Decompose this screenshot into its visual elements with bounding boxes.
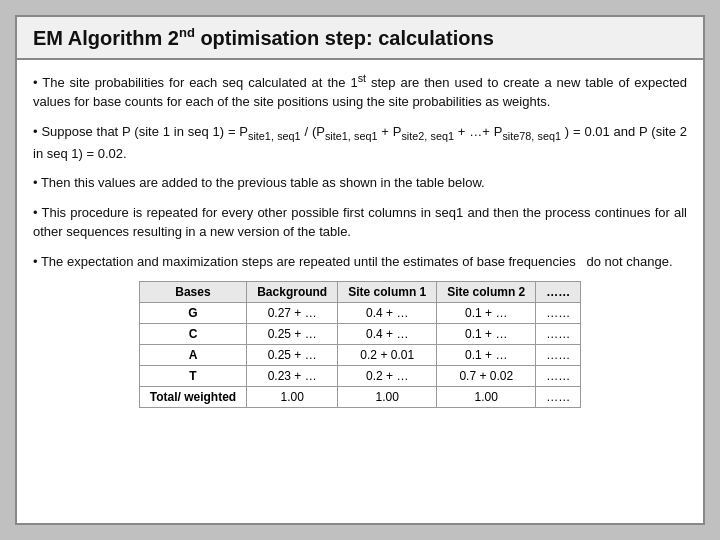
table-cell-r3-c1: 0.23 + … [247,366,338,387]
data-table-container: Bases Background Site column 1 Site colu… [33,281,687,408]
table-cell-r3-c0: T [139,366,246,387]
table-cell-r3-c4: …… [536,366,581,387]
title-sup: nd [179,25,195,40]
table-header-row: Bases Background Site column 1 Site colu… [139,282,581,303]
table-cell-r2-c1: 0.25 + … [247,345,338,366]
title-rest: optimisation step: calculations [195,27,494,49]
slide-header: EM Algorithm 2nd optimisation step: calc… [17,17,703,60]
table-cell-r4-c1: 1.00 [247,387,338,408]
table-cell-r3-c3: 0.7 + 0.02 [437,366,536,387]
data-table: Bases Background Site column 1 Site colu… [139,281,582,408]
col-header-bases: Bases [139,282,246,303]
table-cell-r2-c4: …… [536,345,581,366]
table-cell-r1-c3: 0.1 + … [437,324,536,345]
table-cell-r1-c4: …… [536,324,581,345]
bullet-1: • The site probabilities for each seq ca… [33,70,687,112]
bullet-4-text: • This procedure is repeated for every o… [33,203,687,242]
title-text: EM Algorithm 2 [33,27,179,49]
table-row: Total/ weighted1.001.001.00…… [139,387,581,408]
table-cell-r2-c0: A [139,345,246,366]
table-cell-r4-c2: 1.00 [338,387,437,408]
table-cell-r0-c0: G [139,303,246,324]
table-cell-r0-c3: 0.1 + … [437,303,536,324]
table-cell-r1-c2: 0.4 + … [338,324,437,345]
bullet-1-text: • The site probabilities for each seq ca… [33,70,687,112]
table-cell-r3-c2: 0.2 + … [338,366,437,387]
col-header-site1: Site column 1 [338,282,437,303]
slide-body: • The site probabilities for each seq ca… [17,60,703,523]
bullet-5: • The expectation and maximization steps… [33,252,687,272]
table-row: A0.25 + …0.2 + 0.010.1 + ……… [139,345,581,366]
col-header-site2: Site column 2 [437,282,536,303]
bullet-4: • This procedure is repeated for every o… [33,203,687,242]
table-cell-r0-c2: 0.4 + … [338,303,437,324]
table-cell-r0-c4: …… [536,303,581,324]
bullet-3-text: • Then this values are added to the prev… [33,173,687,193]
table-row: G0.27 + …0.4 + …0.1 + ……… [139,303,581,324]
bullet-5-text: • The expectation and maximization steps… [33,252,687,272]
bullet-2-text: • Suppose that P (site 1 in seq 1) = Psi… [33,122,687,163]
bullet-2: • Suppose that P (site 1 in seq 1) = Psi… [33,122,687,163]
table-cell-r2-c2: 0.2 + 0.01 [338,345,437,366]
col-header-ellipsis: …… [536,282,581,303]
table-row: T0.23 + …0.2 + …0.7 + 0.02…… [139,366,581,387]
table-cell-r2-c3: 0.1 + … [437,345,536,366]
table-cell-r1-c0: C [139,324,246,345]
table-body: G0.27 + …0.4 + …0.1 + ………C0.25 + …0.4 + … [139,303,581,408]
table-cell-r1-c1: 0.25 + … [247,324,338,345]
slide-title: EM Algorithm 2nd optimisation step: calc… [33,25,687,50]
table-cell-r4-c3: 1.00 [437,387,536,408]
table-cell-r0-c1: 0.27 + … [247,303,338,324]
table-cell-r4-c0: Total/ weighted [139,387,246,408]
col-header-background: Background [247,282,338,303]
slide: EM Algorithm 2nd optimisation step: calc… [15,15,705,525]
table-cell-r4-c4: …… [536,387,581,408]
bullet-3: • Then this values are added to the prev… [33,173,687,193]
table-row: C0.25 + …0.4 + …0.1 + ……… [139,324,581,345]
